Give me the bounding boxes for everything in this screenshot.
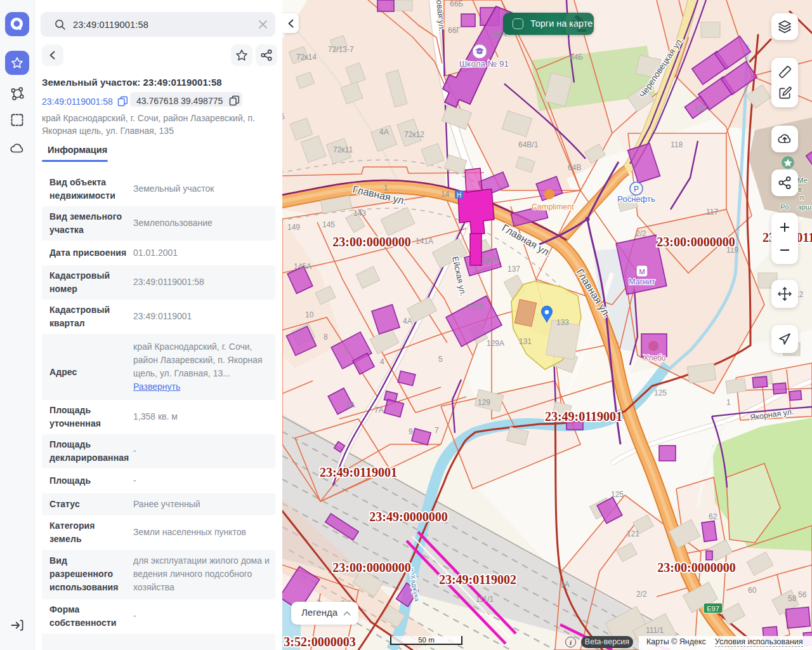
svg-text:Ро: Ро xyxy=(780,203,789,211)
svg-text:60: 60 xyxy=(748,586,757,595)
svg-text:6: 6 xyxy=(344,346,349,355)
svg-text:58: 58 xyxy=(788,594,797,603)
svg-text:72к11: 72к11 xyxy=(333,145,353,154)
svg-text:129: 129 xyxy=(478,398,490,407)
svg-text:127: 127 xyxy=(695,104,707,113)
svg-text:133: 133 xyxy=(556,318,569,327)
svg-text:118: 118 xyxy=(671,140,683,149)
svg-text:23:00:0000000: 23:00:0000000 xyxy=(332,560,410,574)
svg-text:23:00:0000000: 23:00:0000000 xyxy=(332,235,410,249)
svg-text:3:52:0000003: 3:52:0000003 xyxy=(284,635,355,649)
svg-text:Роснефть: Роснефть xyxy=(617,194,655,204)
svg-text:23:49:0119001: 23:49:0119001 xyxy=(320,465,397,479)
svg-text:137А: 137А xyxy=(481,256,499,265)
svg-text:Магнит: Магнит xyxy=(629,277,655,286)
svg-text:Р: Р xyxy=(634,185,639,194)
svg-text:141А: 141А xyxy=(416,237,433,246)
svg-text:М: М xyxy=(639,268,645,275)
svg-text:72к12: 72к12 xyxy=(404,130,424,139)
svg-text:14: 14 xyxy=(441,190,450,199)
svg-text:Школа № 91: Школа № 91 xyxy=(459,59,509,69)
svg-text:4: 4 xyxy=(380,357,384,366)
svg-text:111/1: 111/1 xyxy=(646,626,664,635)
svg-text:8: 8 xyxy=(324,333,328,342)
svg-text:4А: 4А xyxy=(403,317,412,326)
svg-text:131: 131 xyxy=(519,337,532,346)
svg-text:111/1: 111/1 xyxy=(476,595,494,604)
svg-text:66Б: 66Б xyxy=(450,0,463,8)
svg-text:Н: Н xyxy=(457,192,461,199)
svg-text:23:49:0119002: 23:49:0119002 xyxy=(439,573,516,587)
svg-text:117: 117 xyxy=(706,208,718,216)
svg-text:66Г: 66Г xyxy=(448,26,461,35)
svg-text:23:00:0000000: 23:00:0000000 xyxy=(657,560,735,574)
svg-text:Сompliment: Сompliment xyxy=(532,202,574,211)
svg-text:23:00:0000000: 23:00:0000000 xyxy=(657,235,735,249)
svg-text:1: 1 xyxy=(726,398,731,407)
svg-text:72/13-7: 72/13-7 xyxy=(328,45,354,54)
svg-text:145: 145 xyxy=(322,220,335,229)
svg-text:149: 149 xyxy=(287,223,300,232)
svg-text:7: 7 xyxy=(435,426,439,435)
svg-text:23:49:0000000: 23:49:0000000 xyxy=(369,510,447,524)
svg-text:9А: 9А xyxy=(560,580,570,589)
svg-text:145А: 145А xyxy=(294,262,311,271)
svg-text:п: п xyxy=(800,194,804,201)
svg-text:121: 121 xyxy=(627,529,639,538)
svg-text:62: 62 xyxy=(709,512,717,521)
svg-text:2/2: 2/2 xyxy=(636,229,646,238)
svg-text:137Б: 137Б xyxy=(466,303,484,312)
svg-text:23:49:0119001: 23:49:0119001 xyxy=(545,409,622,423)
svg-text:56: 56 xyxy=(798,590,807,599)
svg-text:5: 5 xyxy=(438,355,443,364)
svg-text:1А: 1А xyxy=(346,401,355,409)
svg-text:2/2: 2/2 xyxy=(636,590,647,599)
svg-text:E97: E97 xyxy=(707,605,719,613)
svg-text:Хлебо: Хлебо xyxy=(643,354,665,362)
svg-text:5: 5 xyxy=(282,112,285,121)
svg-text:137: 137 xyxy=(508,265,520,274)
svg-text:64В/1: 64В/1 xyxy=(518,140,539,149)
svg-text:7А: 7А xyxy=(374,406,384,415)
svg-text:9: 9 xyxy=(409,427,413,436)
svg-text:4А: 4А xyxy=(379,128,389,136)
svg-text:64В: 64В xyxy=(568,163,581,172)
svg-text:10: 10 xyxy=(305,310,314,319)
svg-text:125: 125 xyxy=(611,490,624,499)
svg-text:143: 143 xyxy=(353,209,366,218)
svg-text:129А: 129А xyxy=(487,339,504,348)
svg-text:64Б: 64Б xyxy=(570,53,583,62)
svg-text:арш: арш xyxy=(797,203,811,211)
svg-text:Ме: Ме xyxy=(797,176,808,184)
svg-text:125: 125 xyxy=(654,388,667,397)
svg-text:72к14: 72к14 xyxy=(296,53,317,62)
